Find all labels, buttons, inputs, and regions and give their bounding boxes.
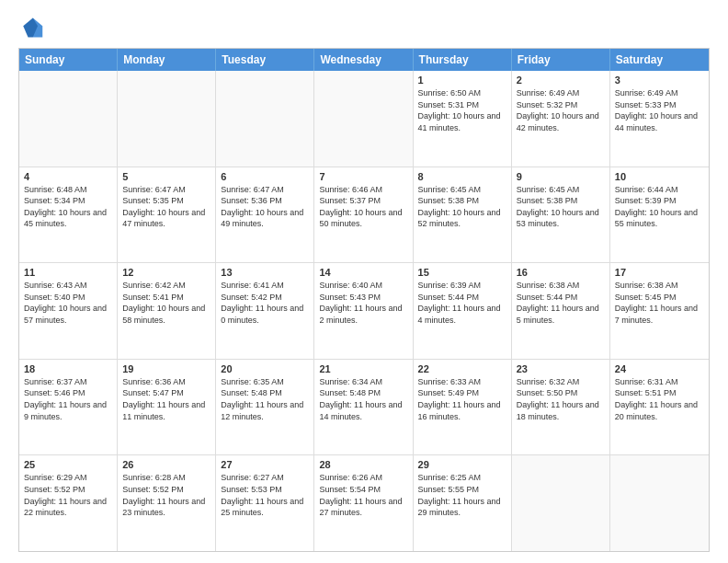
day-info: Sunrise: 6:46 AM Sunset: 5:37 PM Dayligh… [319, 184, 407, 230]
day-number: 10 [615, 171, 704, 182]
day-number: 1 [418, 75, 506, 86]
empty-cell [512, 455, 610, 551]
day-cell-14: 14Sunrise: 6:40 AM Sunset: 5:43 PM Dayli… [314, 263, 413, 359]
day-number: 20 [221, 363, 309, 374]
day-cell-10: 10Sunrise: 6:44 AM Sunset: 5:39 PM Dayli… [610, 167, 709, 263]
day-number: 26 [122, 459, 210, 470]
day-number: 16 [517, 267, 605, 278]
day-cell-6: 6Sunrise: 6:47 AM Sunset: 5:36 PM Daylig… [216, 167, 314, 263]
empty-cell [19, 71, 118, 167]
day-info: Sunrise: 6:42 AM Sunset: 5:41 PM Dayligh… [122, 280, 210, 326]
day-cell-21: 21Sunrise: 6:34 AM Sunset: 5:48 PM Dayli… [314, 360, 413, 455]
empty-cell [314, 71, 413, 167]
day-cell-29: 29Sunrise: 6:25 AM Sunset: 5:55 PM Dayli… [414, 455, 512, 551]
calendar-row-4: 18Sunrise: 6:37 AM Sunset: 5:46 PM Dayli… [19, 359, 709, 455]
day-number: 22 [418, 363, 506, 374]
day-number: 11 [24, 267, 112, 278]
day-info: Sunrise: 6:45 AM Sunset: 5:38 PM Dayligh… [517, 184, 605, 230]
day-cell-26: 26Sunrise: 6:28 AM Sunset: 5:52 PM Dayli… [118, 455, 216, 551]
calendar: SundayMondayTuesdayWednesdayThursdayFrid… [18, 48, 710, 552]
day-info: Sunrise: 6:38 AM Sunset: 5:45 PM Dayligh… [615, 280, 704, 326]
day-number: 2 [517, 75, 605, 86]
day-number: 4 [24, 171, 112, 182]
calendar-row-5: 25Sunrise: 6:29 AM Sunset: 5:52 PM Dayli… [19, 454, 709, 551]
day-info: Sunrise: 6:44 AM Sunset: 5:39 PM Dayligh… [615, 184, 704, 230]
day-info: Sunrise: 6:28 AM Sunset: 5:52 PM Dayligh… [122, 472, 210, 518]
day-info: Sunrise: 6:47 AM Sunset: 5:36 PM Dayligh… [221, 184, 309, 230]
day-info: Sunrise: 6:31 AM Sunset: 5:51 PM Dayligh… [615, 376, 704, 422]
day-number: 18 [24, 363, 112, 374]
day-number: 29 [418, 459, 506, 470]
day-info: Sunrise: 6:49 AM Sunset: 5:32 PM Dayligh… [517, 87, 605, 133]
day-cell-17: 17Sunrise: 6:38 AM Sunset: 5:45 PM Dayli… [610, 263, 709, 359]
day-info: Sunrise: 6:35 AM Sunset: 5:48 PM Dayligh… [221, 376, 309, 422]
day-number: 7 [319, 171, 407, 182]
day-number: 28 [319, 459, 407, 470]
day-info: Sunrise: 6:50 AM Sunset: 5:31 PM Dayligh… [418, 87, 506, 133]
header-cell-tuesday: Tuesday [216, 49, 314, 71]
day-cell-22: 22Sunrise: 6:33 AM Sunset: 5:49 PM Dayli… [414, 360, 512, 455]
day-cell-24: 24Sunrise: 6:31 AM Sunset: 5:51 PM Dayli… [610, 360, 709, 455]
empty-cell [216, 71, 314, 167]
day-cell-9: 9Sunrise: 6:45 AM Sunset: 5:38 PM Daylig… [512, 167, 610, 263]
calendar-row-3: 11Sunrise: 6:43 AM Sunset: 5:40 PM Dayli… [19, 262, 709, 359]
day-number: 25 [24, 459, 112, 470]
day-number: 24 [615, 363, 704, 374]
day-number: 6 [221, 171, 309, 182]
day-cell-13: 13Sunrise: 6:41 AM Sunset: 5:42 PM Dayli… [216, 263, 314, 359]
day-cell-20: 20Sunrise: 6:35 AM Sunset: 5:48 PM Dayli… [216, 360, 314, 455]
day-info: Sunrise: 6:36 AM Sunset: 5:47 PM Dayligh… [122, 376, 210, 422]
calendar-body: 1Sunrise: 6:50 AM Sunset: 5:31 PM Daylig… [19, 71, 709, 551]
day-info: Sunrise: 6:40 AM Sunset: 5:43 PM Dayligh… [319, 280, 407, 326]
day-number: 3 [615, 75, 704, 86]
day-info: Sunrise: 6:43 AM Sunset: 5:40 PM Dayligh… [24, 280, 112, 326]
day-number: 8 [418, 171, 506, 182]
day-number: 9 [517, 171, 605, 182]
day-cell-19: 19Sunrise: 6:36 AM Sunset: 5:47 PM Dayli… [118, 360, 216, 455]
header-cell-thursday: Thursday [414, 49, 512, 71]
day-cell-5: 5Sunrise: 6:47 AM Sunset: 5:35 PM Daylig… [118, 167, 216, 263]
day-info: Sunrise: 6:25 AM Sunset: 5:55 PM Dayligh… [418, 472, 506, 518]
day-cell-11: 11Sunrise: 6:43 AM Sunset: 5:40 PM Dayli… [19, 263, 118, 359]
day-number: 21 [319, 363, 407, 374]
page: SundayMondayTuesdayWednesdayThursdayFrid… [0, 0, 728, 563]
calendar-row-1: 1Sunrise: 6:50 AM Sunset: 5:31 PM Daylig… [19, 71, 709, 167]
day-info: Sunrise: 6:34 AM Sunset: 5:48 PM Dayligh… [319, 376, 407, 422]
day-cell-25: 25Sunrise: 6:29 AM Sunset: 5:52 PM Dayli… [19, 455, 118, 551]
day-info: Sunrise: 6:32 AM Sunset: 5:50 PM Dayligh… [517, 376, 605, 422]
day-cell-23: 23Sunrise: 6:32 AM Sunset: 5:50 PM Dayli… [512, 360, 610, 455]
calendar-header: SundayMondayTuesdayWednesdayThursdayFrid… [19, 49, 709, 71]
day-number: 23 [517, 363, 605, 374]
header-cell-wednesday: Wednesday [314, 49, 413, 71]
day-info: Sunrise: 6:26 AM Sunset: 5:54 PM Dayligh… [319, 472, 407, 518]
day-info: Sunrise: 6:37 AM Sunset: 5:46 PM Dayligh… [24, 376, 112, 422]
calendar-row-2: 4Sunrise: 6:48 AM Sunset: 5:34 PM Daylig… [19, 167, 709, 263]
day-info: Sunrise: 6:48 AM Sunset: 5:34 PM Dayligh… [24, 184, 112, 230]
day-info: Sunrise: 6:38 AM Sunset: 5:44 PM Dayligh… [517, 280, 605, 326]
day-info: Sunrise: 6:45 AM Sunset: 5:38 PM Dayligh… [418, 184, 506, 230]
logo [18, 15, 48, 40]
day-cell-1: 1Sunrise: 6:50 AM Sunset: 5:31 PM Daylig… [414, 71, 512, 167]
empty-cell [610, 455, 709, 551]
day-cell-3: 3Sunrise: 6:49 AM Sunset: 5:33 PM Daylig… [610, 71, 709, 167]
day-cell-28: 28Sunrise: 6:26 AM Sunset: 5:54 PM Dayli… [314, 455, 413, 551]
header-cell-saturday: Saturday [610, 49, 709, 71]
day-info: Sunrise: 6:47 AM Sunset: 5:35 PM Dayligh… [122, 184, 210, 230]
day-cell-18: 18Sunrise: 6:37 AM Sunset: 5:46 PM Dayli… [19, 360, 118, 455]
day-number: 27 [221, 459, 309, 470]
day-info: Sunrise: 6:39 AM Sunset: 5:44 PM Dayligh… [418, 280, 506, 326]
day-info: Sunrise: 6:49 AM Sunset: 5:33 PM Dayligh… [615, 87, 704, 133]
header-cell-friday: Friday [512, 49, 610, 71]
day-cell-4: 4Sunrise: 6:48 AM Sunset: 5:34 PM Daylig… [19, 167, 118, 263]
header [18, 15, 710, 40]
day-number: 13 [221, 267, 309, 278]
day-info: Sunrise: 6:41 AM Sunset: 5:42 PM Dayligh… [221, 280, 309, 326]
day-cell-2: 2Sunrise: 6:49 AM Sunset: 5:32 PM Daylig… [512, 71, 610, 167]
empty-cell [118, 71, 216, 167]
day-number: 17 [615, 267, 704, 278]
day-info: Sunrise: 6:27 AM Sunset: 5:53 PM Dayligh… [221, 472, 309, 518]
day-number: 12 [122, 267, 210, 278]
day-number: 15 [418, 267, 506, 278]
day-cell-15: 15Sunrise: 6:39 AM Sunset: 5:44 PM Dayli… [414, 263, 512, 359]
day-info: Sunrise: 6:29 AM Sunset: 5:52 PM Dayligh… [24, 472, 112, 518]
